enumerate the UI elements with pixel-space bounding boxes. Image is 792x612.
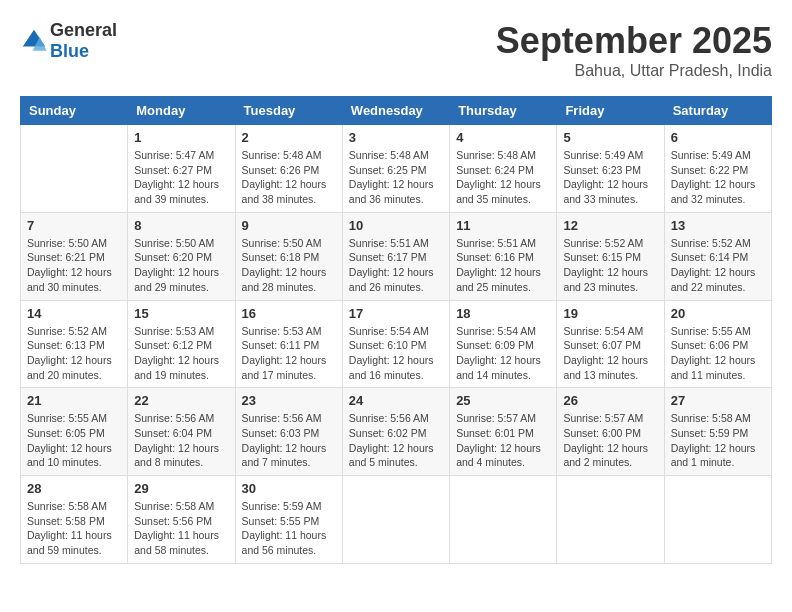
calendar-cell: 28Sunrise: 5:58 AM Sunset: 5:58 PM Dayli… [21, 476, 128, 564]
calendar-cell: 7Sunrise: 5:50 AM Sunset: 6:21 PM Daylig… [21, 212, 128, 300]
day-number: 1 [134, 130, 228, 145]
day-info: Sunrise: 5:49 AM Sunset: 6:23 PM Dayligh… [563, 148, 657, 207]
day-info: Sunrise: 5:56 AM Sunset: 6:03 PM Dayligh… [242, 411, 336, 470]
calendar-cell: 17Sunrise: 5:54 AM Sunset: 6:10 PM Dayli… [342, 300, 449, 388]
day-number: 15 [134, 306, 228, 321]
weekday-header-thursday: Thursday [450, 97, 557, 125]
calendar-cell [557, 476, 664, 564]
day-number: 30 [242, 481, 336, 496]
day-number: 8 [134, 218, 228, 233]
weekday-header-friday: Friday [557, 97, 664, 125]
calendar-cell: 22Sunrise: 5:56 AM Sunset: 6:04 PM Dayli… [128, 388, 235, 476]
calendar-cell: 21Sunrise: 5:55 AM Sunset: 6:05 PM Dayli… [21, 388, 128, 476]
day-number: 13 [671, 218, 765, 233]
calendar-cell: 23Sunrise: 5:56 AM Sunset: 6:03 PM Dayli… [235, 388, 342, 476]
day-number: 16 [242, 306, 336, 321]
day-info: Sunrise: 5:50 AM Sunset: 6:18 PM Dayligh… [242, 236, 336, 295]
calendar-cell: 14Sunrise: 5:52 AM Sunset: 6:13 PM Dayli… [21, 300, 128, 388]
calendar-cell: 25Sunrise: 5:57 AM Sunset: 6:01 PM Dayli… [450, 388, 557, 476]
calendar-cell: 11Sunrise: 5:51 AM Sunset: 6:16 PM Dayli… [450, 212, 557, 300]
day-info: Sunrise: 5:53 AM Sunset: 6:12 PM Dayligh… [134, 324, 228, 383]
day-info: Sunrise: 5:55 AM Sunset: 6:06 PM Dayligh… [671, 324, 765, 383]
title-block: September 2025 Bahua, Uttar Pradesh, Ind… [496, 20, 772, 80]
day-number: 27 [671, 393, 765, 408]
day-info: Sunrise: 5:57 AM Sunset: 6:01 PM Dayligh… [456, 411, 550, 470]
day-info: Sunrise: 5:52 AM Sunset: 6:15 PM Dayligh… [563, 236, 657, 295]
day-number: 2 [242, 130, 336, 145]
day-number: 22 [134, 393, 228, 408]
calendar-cell: 29Sunrise: 5:58 AM Sunset: 5:56 PM Dayli… [128, 476, 235, 564]
calendar-week-row: 28Sunrise: 5:58 AM Sunset: 5:58 PM Dayli… [21, 476, 772, 564]
day-info: Sunrise: 5:55 AM Sunset: 6:05 PM Dayligh… [27, 411, 121, 470]
day-number: 19 [563, 306, 657, 321]
day-number: 5 [563, 130, 657, 145]
logo: General Blue [20, 20, 117, 62]
calendar-cell: 27Sunrise: 5:58 AM Sunset: 5:59 PM Dayli… [664, 388, 771, 476]
calendar-cell: 24Sunrise: 5:56 AM Sunset: 6:02 PM Dayli… [342, 388, 449, 476]
calendar-cell: 18Sunrise: 5:54 AM Sunset: 6:09 PM Dayli… [450, 300, 557, 388]
weekday-header-saturday: Saturday [664, 97, 771, 125]
calendar-title: September 2025 [496, 20, 772, 62]
calendar-cell: 19Sunrise: 5:54 AM Sunset: 6:07 PM Dayli… [557, 300, 664, 388]
day-number: 3 [349, 130, 443, 145]
day-info: Sunrise: 5:48 AM Sunset: 6:26 PM Dayligh… [242, 148, 336, 207]
calendar-cell: 20Sunrise: 5:55 AM Sunset: 6:06 PM Dayli… [664, 300, 771, 388]
calendar-cell: 13Sunrise: 5:52 AM Sunset: 6:14 PM Dayli… [664, 212, 771, 300]
logo-text: General Blue [50, 20, 117, 62]
day-number: 26 [563, 393, 657, 408]
day-info: Sunrise: 5:58 AM Sunset: 5:56 PM Dayligh… [134, 499, 228, 558]
day-info: Sunrise: 5:56 AM Sunset: 6:04 PM Dayligh… [134, 411, 228, 470]
weekday-header-sunday: Sunday [21, 97, 128, 125]
day-number: 6 [671, 130, 765, 145]
weekday-header-row: SundayMondayTuesdayWednesdayThursdayFrid… [21, 97, 772, 125]
day-info: Sunrise: 5:48 AM Sunset: 6:24 PM Dayligh… [456, 148, 550, 207]
day-number: 25 [456, 393, 550, 408]
calendar-cell: 5Sunrise: 5:49 AM Sunset: 6:23 PM Daylig… [557, 125, 664, 213]
day-info: Sunrise: 5:53 AM Sunset: 6:11 PM Dayligh… [242, 324, 336, 383]
day-info: Sunrise: 5:50 AM Sunset: 6:21 PM Dayligh… [27, 236, 121, 295]
page-header: General Blue September 2025 Bahua, Uttar… [20, 20, 772, 80]
day-number: 11 [456, 218, 550, 233]
calendar-week-row: 1Sunrise: 5:47 AM Sunset: 6:27 PM Daylig… [21, 125, 772, 213]
weekday-header-tuesday: Tuesday [235, 97, 342, 125]
calendar-cell [342, 476, 449, 564]
day-info: Sunrise: 5:59 AM Sunset: 5:55 PM Dayligh… [242, 499, 336, 558]
day-info: Sunrise: 5:54 AM Sunset: 6:09 PM Dayligh… [456, 324, 550, 383]
day-info: Sunrise: 5:58 AM Sunset: 5:58 PM Dayligh… [27, 499, 121, 558]
day-info: Sunrise: 5:58 AM Sunset: 5:59 PM Dayligh… [671, 411, 765, 470]
day-info: Sunrise: 5:54 AM Sunset: 6:07 PM Dayligh… [563, 324, 657, 383]
day-info: Sunrise: 5:49 AM Sunset: 6:22 PM Dayligh… [671, 148, 765, 207]
calendar-table: SundayMondayTuesdayWednesdayThursdayFrid… [20, 96, 772, 564]
logo-general: General [50, 20, 117, 41]
calendar-cell [664, 476, 771, 564]
day-info: Sunrise: 5:48 AM Sunset: 6:25 PM Dayligh… [349, 148, 443, 207]
day-number: 12 [563, 218, 657, 233]
calendar-cell: 30Sunrise: 5:59 AM Sunset: 5:55 PM Dayli… [235, 476, 342, 564]
calendar-cell: 1Sunrise: 5:47 AM Sunset: 6:27 PM Daylig… [128, 125, 235, 213]
day-info: Sunrise: 5:52 AM Sunset: 6:13 PM Dayligh… [27, 324, 121, 383]
day-number: 21 [27, 393, 121, 408]
day-number: 14 [27, 306, 121, 321]
day-info: Sunrise: 5:47 AM Sunset: 6:27 PM Dayligh… [134, 148, 228, 207]
day-info: Sunrise: 5:52 AM Sunset: 6:14 PM Dayligh… [671, 236, 765, 295]
logo-blue: Blue [50, 41, 117, 62]
calendar-cell [21, 125, 128, 213]
calendar-week-row: 14Sunrise: 5:52 AM Sunset: 6:13 PM Dayli… [21, 300, 772, 388]
calendar-cell: 9Sunrise: 5:50 AM Sunset: 6:18 PM Daylig… [235, 212, 342, 300]
day-info: Sunrise: 5:57 AM Sunset: 6:00 PM Dayligh… [563, 411, 657, 470]
calendar-cell: 8Sunrise: 5:50 AM Sunset: 6:20 PM Daylig… [128, 212, 235, 300]
calendar-cell: 15Sunrise: 5:53 AM Sunset: 6:12 PM Dayli… [128, 300, 235, 388]
calendar-cell: 12Sunrise: 5:52 AM Sunset: 6:15 PM Dayli… [557, 212, 664, 300]
calendar-week-row: 7Sunrise: 5:50 AM Sunset: 6:21 PM Daylig… [21, 212, 772, 300]
day-number: 20 [671, 306, 765, 321]
day-number: 28 [27, 481, 121, 496]
weekday-header-wednesday: Wednesday [342, 97, 449, 125]
day-info: Sunrise: 5:51 AM Sunset: 6:16 PM Dayligh… [456, 236, 550, 295]
day-number: 7 [27, 218, 121, 233]
day-info: Sunrise: 5:54 AM Sunset: 6:10 PM Dayligh… [349, 324, 443, 383]
calendar-cell: 10Sunrise: 5:51 AM Sunset: 6:17 PM Dayli… [342, 212, 449, 300]
day-number: 17 [349, 306, 443, 321]
day-number: 4 [456, 130, 550, 145]
day-number: 24 [349, 393, 443, 408]
calendar-location: Bahua, Uttar Pradesh, India [496, 62, 772, 80]
